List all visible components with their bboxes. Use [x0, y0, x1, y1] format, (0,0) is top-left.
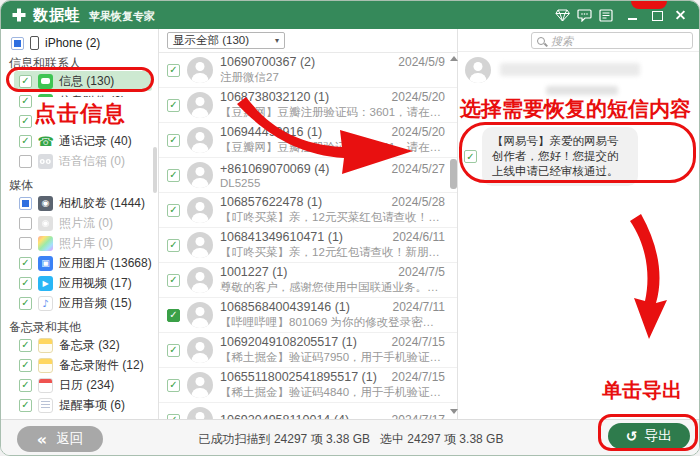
sidebar-item-photo-stream[interactable]: 照片流 (0) — [1, 213, 158, 233]
avatar — [187, 337, 213, 363]
checkbox[interactable] — [19, 217, 32, 230]
checkbox[interactable] — [19, 339, 32, 352]
message-preview-text: 【哔哩哔哩】801069 为你的修改登录密码的验证码，请... — [220, 315, 445, 330]
message-row[interactable]: 106944492916 (1)2024/5/20【豆瓣网】豆瓣注册验证码：36… — [159, 123, 457, 158]
checkbox[interactable] — [19, 297, 32, 310]
checkbox[interactable] — [167, 99, 180, 112]
sidebar-item-calendar[interactable]: 日历 (234) — [1, 375, 158, 395]
checkbox[interactable] — [167, 344, 180, 357]
checkbox[interactable] — [167, 64, 180, 77]
checkbox[interactable] — [19, 359, 32, 372]
message-row[interactable]: 1001227 (1)2024/7/5尊敬的客户，感谢您使用中国联通业务。请用1… — [159, 263, 457, 298]
message-row[interactable]: 1069204958110014 (4)2024/7/17 — [159, 403, 457, 419]
sidebar-device-iphone[interactable]: iPhone (2) — [1, 33, 158, 53]
export-button[interactable]: 导出 — [608, 423, 690, 449]
sidebar-item-label: 日历 (234) — [59, 377, 114, 394]
message-row[interactable]: 106841349610471 (1)2024/6/11【叮咚买菜】亲，12元红… — [159, 228, 457, 263]
close-button[interactable] — [669, 6, 693, 24]
search-input[interactable] — [549, 34, 687, 48]
checkbox[interactable] — [19, 379, 32, 392]
checkbox[interactable] — [19, 115, 32, 128]
sidebar-item-label: 信息附件 (2) — [59, 93, 125, 110]
checkbox[interactable] — [19, 75, 32, 88]
sidebar-item-app-audio[interactable]: 应用音频 (15) — [1, 293, 158, 313]
sidebar-item-app-videos[interactable]: 应用视频 (17) — [1, 273, 158, 293]
checkbox[interactable] — [19, 399, 32, 412]
sidebar-item-voicemail[interactable]: 语音信箱 (0) — [1, 151, 158, 171]
feedback-form-icon[interactable] — [595, 6, 617, 24]
titlebar: 数据蛙 苹果恢复专家 — [1, 1, 700, 29]
sidebar-item-reminders[interactable]: 提醒事项 (6) — [1, 395, 158, 415]
checkbox[interactable] — [167, 379, 180, 392]
message-row[interactable]: 10692049108205517 (1)2024/7/15【稀土掘金】验证码7… — [159, 333, 457, 368]
message-sender-number: 106841349610471 (1) — [220, 230, 343, 244]
message-sender-number: +861069070069 (4) — [220, 162, 329, 176]
preview-topbar — [458, 29, 700, 52]
sidebar-item-photo-library[interactable]: 照片库 (0) — [1, 233, 158, 253]
message-row[interactable]: 106857622478 (1)2024/5/28【叮咚买菜】亲，12元买菜红包… — [159, 193, 457, 228]
message-list-scrollbar-thumb[interactable] — [450, 159, 457, 189]
checkbox[interactable] — [167, 309, 180, 322]
sidebar-item-call-log[interactable]: 通话记录 (40) — [1, 131, 158, 151]
sidebar-item-contacts[interactable]: 联系人 — [1, 111, 158, 131]
chat-support-icon[interactable] — [573, 6, 595, 24]
sidebar-item-label: 应用图片 (13668) — [59, 255, 152, 272]
checkbox[interactable] — [167, 274, 180, 287]
message-preview-text: 尊敬的客户，感谢您使用中国联通业务。请用10到1分之... — [220, 280, 445, 295]
message-bubble: 【网易号】亲爱的网易号创作者，您好！您提交的上线申请已经审核通过。 — [482, 127, 638, 186]
avatar — [187, 57, 213, 83]
message-list-panel: 显示全部 (130) ▾ 10690700367 (2)2024/5/9注册微信… — [159, 29, 458, 419]
message-row-main: 106944492916 (1)2024/5/20【豆瓣网】豆瓣注册验证码：36… — [220, 125, 445, 155]
message-row[interactable]: 1068568400439146 (1)2024/7/11【哔哩哔哩】80106… — [159, 298, 457, 333]
device-icon — [30, 36, 39, 50]
checkbox[interactable] — [167, 204, 180, 217]
message-preview-row[interactable]: 【网易号】亲爱的网易号创作者，您好！您提交的上线申请已经审核通过。 — [464, 127, 638, 186]
sidebar-item-notes[interactable]: 备忘录 (32) — [1, 335, 158, 355]
checkbox[interactable] — [19, 237, 32, 250]
checkbox[interactable] — [19, 197, 32, 210]
checkbox[interactable] — [19, 277, 32, 290]
checkbox[interactable] — [11, 37, 24, 50]
avatar — [187, 197, 213, 223]
contacts-icon — [38, 114, 53, 129]
sidebar-scrollbar-thumb[interactable] — [153, 147, 157, 193]
message-date: 2024/5/28 — [386, 195, 445, 209]
message-row[interactable]: 10690700367 (2)2024/5/9注册微信27 — [159, 53, 457, 88]
scroll-down-arrow-icon[interactable] — [450, 409, 458, 414]
message-row[interactable]: 10655118002541895517 (1)2024/7/15【稀土掘金】验… — [159, 368, 457, 403]
checkbox[interactable] — [19, 135, 32, 148]
message-sender-number: 106944492916 (1) — [220, 125, 322, 139]
sidebar-item-label: 提醒事项 (6) — [59, 397, 125, 414]
checkbox[interactable] — [167, 169, 180, 182]
sidebar-item-label: 备忘录 (32) — [59, 337, 120, 354]
vip-gem-icon[interactable] — [551, 6, 573, 24]
sidebar-item-notes-attachment[interactable]: 备忘录附件 (12) — [1, 355, 158, 375]
red-artifact — [631, 1, 667, 9]
checkbox[interactable] — [19, 155, 32, 168]
sidebar-item-message-attachment[interactable]: 信息附件 (2) — [1, 91, 158, 111]
scroll-up-arrow-icon[interactable] — [450, 56, 458, 61]
message-sender-number: 1068738032120 (1) — [220, 90, 329, 104]
message-row-main: 1001227 (1)2024/7/5尊敬的客户，感谢您使用中国联通业务。请用1… — [220, 265, 445, 295]
scanned-count: 已成功扫描到 24297 项 3.38 GB — [199, 431, 370, 448]
message-row[interactable]: +861069070069 (4)2024/5/27DL5255 — [159, 158, 457, 193]
sidebar-section-header: 信息和联系人 — [1, 55, 158, 69]
search-box[interactable] — [531, 32, 693, 49]
checkbox[interactable] — [19, 95, 32, 108]
sidebar-item-message[interactable]: 信息 (130) — [14, 71, 152, 91]
sidebar-item-camera-roll[interactable]: 相机胶卷 (1444) — [1, 193, 158, 213]
checkbox[interactable] — [464, 150, 477, 163]
back-button[interactable]: 返回 — [17, 426, 103, 452]
checkbox[interactable] — [167, 134, 180, 147]
message-preview-text: 注册微信27 — [220, 70, 445, 85]
selected-count: 选中 24297 项 3.38 GB — [380, 431, 503, 448]
sidebar-item-app-photos[interactable]: 应用图片 (13668) — [1, 253, 158, 273]
message-preview-text: 【豆瓣网】豆瓣注册验证码：3641，请在20分钟内使用... — [220, 140, 445, 155]
calendar-icon — [38, 378, 53, 393]
checkbox[interactable] — [167, 239, 180, 252]
filter-dropdown[interactable]: 显示全部 (130) ▾ — [167, 32, 285, 49]
message-sender-number: 106857622478 (1) — [220, 195, 322, 209]
message-row[interactable]: 1068738032120 (1)2024/5/20【豆瓣网】豆瓣注册验证码：3… — [159, 88, 457, 123]
checkbox[interactable] — [19, 257, 32, 270]
message-date: 2024/5/9 — [392, 55, 445, 69]
